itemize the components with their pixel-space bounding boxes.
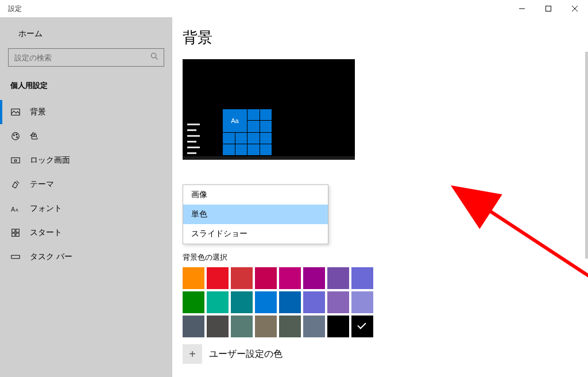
svg-text:A: A — [11, 206, 16, 213]
sidebar: ホーム 個人用設定 背景 色 ロック画面 テーマ — [0, 17, 172, 377]
color-swatch[interactable] — [279, 316, 301, 337]
close-button[interactable] — [562, 0, 588, 17]
color-swatch[interactable] — [255, 316, 277, 337]
font-icon: AA — [10, 203, 21, 214]
color-swatch[interactable] — [327, 267, 349, 289]
color-swatch[interactable] — [207, 291, 229, 313]
color-swatch[interactable] — [255, 267, 277, 289]
start-icon — [10, 228, 21, 238]
sidebar-item-lockscreen[interactable]: ロック画面 — [0, 148, 172, 172]
sidebar-item-label: 色 — [30, 131, 38, 141]
svg-rect-1 — [546, 6, 551, 11]
color-swatch[interactable] — [327, 316, 349, 337]
svg-rect-12 — [14, 160, 17, 161]
sidebar-item-label: タスク バー — [30, 252, 72, 262]
search-box[interactable] — [8, 48, 164, 67]
color-swatch[interactable] — [231, 316, 253, 337]
page-title: 背景 — [183, 28, 588, 48]
color-swatch[interactable] — [279, 291, 301, 313]
sidebar-item-label: スタート — [30, 228, 62, 238]
minimize-button[interactable] — [509, 0, 535, 17]
color-swatch[interactable] — [303, 291, 325, 313]
color-swatch[interactable] — [183, 316, 204, 337]
svg-rect-18 — [12, 233, 15, 236]
svg-rect-16 — [12, 229, 15, 232]
color-swatch[interactable] — [255, 291, 277, 313]
search-input[interactable] — [8, 48, 164, 67]
color-swatch[interactable] — [207, 316, 229, 337]
lockscreen-icon — [10, 155, 21, 166]
color-swatch[interactable] — [231, 267, 253, 289]
dropdown-option-solid[interactable]: 単色 — [183, 205, 328, 224]
color-section-label: 背景色の選択 — [183, 252, 588, 263]
sidebar-item-taskbar[interactable]: タスク バー — [0, 245, 172, 269]
background-type-dropdown[interactable]: 画像 単色 スライドショー — [183, 184, 328, 244]
color-swatches — [183, 267, 588, 337]
sidebar-item-label: フォント — [30, 203, 62, 214]
sidebar-home[interactable]: ホーム — [0, 23, 172, 45]
main-content: 背景 Aa 画像 単色 スライドショー 背景 — [172, 17, 588, 377]
color-swatch[interactable] — [327, 291, 349, 313]
svg-rect-19 — [16, 233, 19, 236]
search-icon — [150, 52, 158, 63]
window-controls — [509, 0, 588, 17]
sidebar-item-colors[interactable]: 色 — [0, 124, 172, 148]
preview-tile-text: Aa — [223, 109, 247, 132]
color-swatch[interactable] — [207, 267, 229, 289]
sidebar-item-background[interactable]: 背景 — [0, 100, 172, 124]
titlebar: 設定 — [0, 0, 588, 17]
color-swatch[interactable] — [351, 267, 373, 289]
color-swatch[interactable] — [183, 291, 204, 313]
svg-rect-17 — [16, 229, 19, 232]
sidebar-item-fonts[interactable]: AA フォント — [0, 197, 172, 221]
sidebar-section-title: 個人用設定 — [0, 77, 172, 100]
desktop-preview: Aa — [183, 59, 355, 160]
svg-point-8 — [13, 134, 14, 136]
sidebar-item-themes[interactable]: テーマ — [0, 172, 172, 197]
svg-point-7 — [12, 133, 20, 140]
maximize-button[interactable] — [535, 0, 562, 17]
custom-color-button[interactable]: + — [183, 344, 202, 364]
taskbar-icon — [10, 252, 21, 262]
theme-icon — [10, 179, 21, 190]
sidebar-item-label: テーマ — [30, 179, 54, 190]
window-title: 設定 — [0, 4, 22, 14]
picture-icon — [10, 107, 21, 117]
sidebar-home-label: ホーム — [18, 29, 42, 39]
color-swatch[interactable] — [279, 267, 301, 289]
scrollbar[interactable] — [585, 52, 588, 259]
svg-rect-11 — [11, 158, 20, 163]
svg-text:A: A — [16, 207, 18, 213]
dropdown-option-slideshow[interactable]: スライドショー — [183, 224, 328, 244]
color-swatch[interactable] — [351, 291, 373, 313]
color-swatch[interactable] — [231, 291, 253, 313]
palette-icon — [10, 131, 21, 141]
sidebar-item-label: ロック画面 — [30, 155, 70, 166]
color-swatch[interactable] — [351, 316, 373, 337]
svg-rect-20 — [11, 255, 20, 258]
svg-line-5 — [156, 57, 158, 60]
dropdown-option-picture[interactable]: 画像 — [183, 185, 328, 205]
sidebar-item-label: 背景 — [30, 107, 46, 117]
custom-color-row: + ユーザー設定の色 — [183, 344, 588, 364]
color-swatch[interactable] — [303, 316, 325, 337]
color-swatch[interactable] — [183, 267, 204, 289]
color-swatch[interactable] — [303, 267, 325, 289]
svg-point-4 — [151, 53, 156, 57]
svg-point-10 — [17, 137, 18, 138]
custom-color-label: ユーザー設定の色 — [209, 348, 283, 360]
sidebar-item-start[interactable]: スタート — [0, 221, 172, 245]
svg-point-9 — [16, 134, 17, 135]
svg-line-13 — [17, 181, 20, 184]
